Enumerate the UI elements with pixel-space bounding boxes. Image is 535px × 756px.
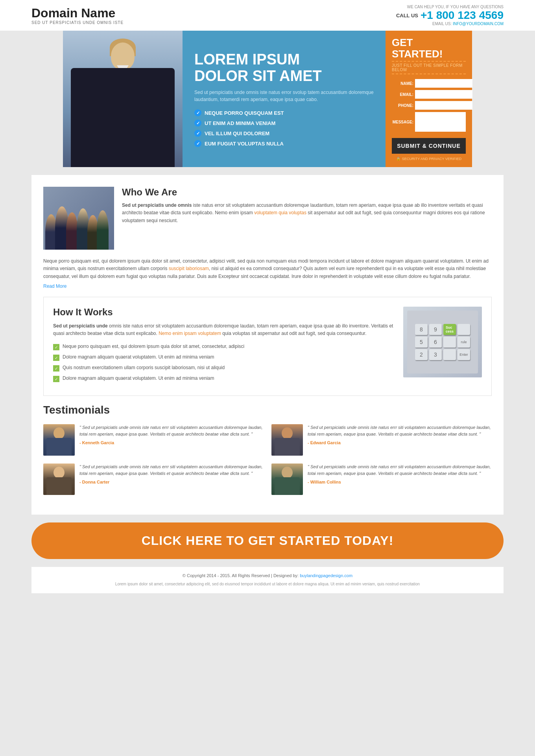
check-icon: ✓ xyxy=(194,120,201,127)
footer-copyright: © Copyright 2014 - 2015. All Rights Rese… xyxy=(38,573,497,578)
logo: Domain Name SED UT PERSPICIATIS UNDE OMN… xyxy=(31,6,124,25)
list-item: ✓ NEQUE PORRO QUISQUAM EST xyxy=(194,109,374,116)
who-link2[interactable]: suscipit laboriosam xyxy=(169,266,209,271)
how-intro: Sed ut perspiciatis unde omnis iste natu… xyxy=(53,322,395,337)
site-title: Domain Name xyxy=(31,6,124,20)
name-input[interactable] xyxy=(415,79,472,88)
testimonial-text: " Sed ut perspiciatis unde omnis iste na… xyxy=(308,464,492,476)
testimonial-content: " Sed ut perspiciatis unde omnis iste na… xyxy=(79,464,264,495)
testimonials-section: Testimonials " Sed ut perspiciatis unde … xyxy=(43,404,492,495)
footer-disclaimer: Lorem ipsum dolor sit amet, consectetur … xyxy=(38,581,497,587)
testimonial-content: " Sed ut perspiciatis unde omnis iste na… xyxy=(308,424,492,456)
how-checklist: ✓ Neque porro quisquam est, qui dolorem … xyxy=(53,344,395,382)
header: Domain Name SED UT PERSPICIATIS UNDE OMN… xyxy=(0,0,535,31)
green-check-icon: ✓ xyxy=(53,376,59,382)
testimonial-name: - Edward Garcia xyxy=(308,440,492,445)
how-title: How It Works xyxy=(53,307,395,318)
phone-input[interactable] xyxy=(415,101,472,110)
list-item: ✓ Neque porro quisquam est, qui dolorem … xyxy=(53,344,395,350)
email-input[interactable] xyxy=(415,90,472,99)
how-it-works-section: How It Works Sed ut perspiciatis unde om… xyxy=(43,297,492,396)
who-para1: Sed ut perspiciatis unde omnis iste natu… xyxy=(122,202,492,224)
message-input[interactable] xyxy=(415,112,466,132)
testimonial-avatar xyxy=(271,464,303,495)
hero-section: LOREM IPSUM DOLOR SIT AMET Sed ut perspi… xyxy=(63,31,472,167)
form-subtitle: JUST FILL OUT THE SIMPLE FORM BELOW xyxy=(392,61,466,74)
call-us-label: CALL US xyxy=(396,13,418,18)
security-note: 🔒 SECURITY AND PRIVACY VERIFIED xyxy=(392,157,466,161)
list-item: ✓ Dolore magnam aliquam quaerat voluptat… xyxy=(53,375,395,382)
phone-line: CALL US +1 800 123 4569 xyxy=(396,9,504,22)
who-we-are-section: Who We Are Sed ut perspiciatis unde omni… xyxy=(43,187,492,250)
footer: © Copyright 2014 - 2015. All Rights Rese… xyxy=(31,567,504,593)
read-more-link[interactable]: Read More xyxy=(43,283,492,289)
hero-checklist: ✓ NEQUE PORRO QUISQUAM EST ✓ UT ENIM AD … xyxy=(194,109,374,150)
testimonial-avatar xyxy=(43,424,75,456)
message-field-row: MESSAGE: xyxy=(392,112,466,132)
hero-title: LOREM IPSUM DOLOR SIT AMET xyxy=(194,52,374,85)
testimonial-item: " Sed ut perspiciatis unde omnis iste na… xyxy=(43,464,264,495)
list-item: ✓ Dolore magnam aliquam quaerat voluptat… xyxy=(53,354,395,361)
testimonial-content: " Sed ut perspiciatis unde omnis iste na… xyxy=(308,464,492,495)
testimonial-name: - Kenneth Garcia xyxy=(79,440,264,445)
who-link1[interactable]: voluptatem quia voluptas xyxy=(254,210,306,215)
testimonial-text: " Sed ut perspiciatis unde omnis iste na… xyxy=(308,424,492,437)
phone-label: PHONE: xyxy=(392,103,413,108)
testimonial-avatar xyxy=(43,464,75,495)
how-link[interactable]: Nemo enim ipsam voluptatem xyxy=(159,331,221,336)
check-icon: ✓ xyxy=(194,130,201,137)
email-label: EMAIL: xyxy=(392,92,413,97)
contact-form: GET STARTED! JUST FILL OUT THE SIMPLE FO… xyxy=(386,31,472,167)
testimonial-item: " Sed ut perspiciatis unde omnis iste na… xyxy=(271,424,492,456)
green-check-icon: ✓ xyxy=(53,355,59,361)
who-text: Who We Are Sed ut perspiciatis unde omni… xyxy=(122,187,492,250)
lock-icon: 🔒 xyxy=(396,157,400,161)
green-check-icon: ✓ xyxy=(53,365,59,372)
list-item: ✓ EUM FUGIAT VOLUPTAS NULLA xyxy=(194,140,374,147)
testimonial-name: - William Collins xyxy=(308,480,492,484)
testimonial-text: " Sed ut perspiciatis unde omnis iste na… xyxy=(79,464,264,476)
phone-number: +1 800 123 4569 xyxy=(421,9,504,22)
testimonial-text: " Sed ut perspiciatis unde omnis iste na… xyxy=(79,424,264,437)
contact-info: WE CAN HELP YOU, IF YOU HAVE ANY QUESTIO… xyxy=(396,5,504,26)
form-title: GET STARTED! xyxy=(392,37,466,59)
testimonials-title: Testimonials xyxy=(43,404,492,416)
email-field-row: EMAIL: xyxy=(392,90,466,99)
how-content: How It Works Sed ut perspiciatis unde om… xyxy=(53,307,395,386)
how-image: 8 9 Success 5 6 rule 2 3 Enter xyxy=(403,307,482,386)
list-item: ✓ Quis nostrum exercitationem ullam corp… xyxy=(53,365,395,372)
site-tagline: SED UT PERSPICIATIS UNDE OMNIS ISTE xyxy=(31,20,124,25)
who-para2: Neque porro quisquam est, qui dolorem ip… xyxy=(43,258,492,280)
who-title: Who We Are xyxy=(122,187,492,198)
email-link[interactable]: info@yourdomain.com xyxy=(453,22,504,26)
who-full-text: Neque porro quisquam est, qui dolorem ip… xyxy=(43,258,492,289)
testimonial-avatar xyxy=(271,424,303,456)
cta-section: CLICK HERE TO GET STARTED TODAY! xyxy=(31,522,504,559)
testimonials-grid: " Sed ut perspiciatis unde omnis iste na… xyxy=(43,424,492,495)
list-item: ✓ UT ENIM AD MINIMA VENIAM xyxy=(194,120,374,127)
testimonial-name: - Donna Carter xyxy=(79,480,264,484)
submit-button[interactable]: SUBMIT & CONTINUE xyxy=(392,138,466,154)
designer-link[interactable]: buylandingpagedesign.com xyxy=(300,573,352,578)
check-icon: ✓ xyxy=(194,109,201,116)
phone-field-row: PHONE: xyxy=(392,101,466,110)
green-check-icon: ✓ xyxy=(53,344,59,350)
who-image xyxy=(43,187,114,250)
testimonial-item: " Sed ut perspiciatis unde omnis iste na… xyxy=(43,424,264,456)
hero-description: Sed ut perspiciatis unde omnis iste natu… xyxy=(194,89,374,103)
message-label: MESSAGE: xyxy=(392,120,413,124)
help-text: WE CAN HELP YOU, IF YOU HAVE ANY QUESTIO… xyxy=(396,5,504,9)
testimonial-content: " Sed ut perspiciatis unde omnis iste na… xyxy=(79,424,264,456)
list-item: ✓ VEL ILLUM QUI DOLOREM xyxy=(194,130,374,137)
check-icon: ✓ xyxy=(194,140,201,147)
main-content: Who We Are Sed ut perspiciatis unde omni… xyxy=(31,175,504,515)
cta-button[interactable]: CLICK HERE TO GET STARTED TODAY! xyxy=(31,522,504,559)
name-field-row: NAME: xyxy=(392,79,466,88)
hero-image xyxy=(63,31,183,167)
name-label: NAME: xyxy=(392,81,413,86)
email-line: EMAIL US: info@yourdomain.com xyxy=(396,22,504,26)
testimonial-item: " Sed ut perspiciatis unde omnis iste na… xyxy=(271,464,492,495)
hero-content: LOREM IPSUM DOLOR SIT AMET Sed ut perspi… xyxy=(183,31,386,167)
